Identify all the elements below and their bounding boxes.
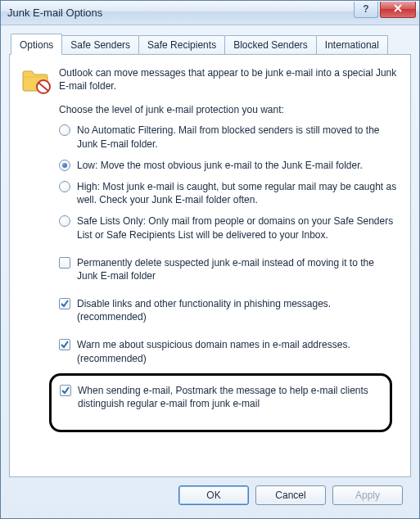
help-button[interactable]: ? xyxy=(354,2,378,18)
check-label: Permanently delete suspected junk e-mail… xyxy=(77,256,397,282)
radio-low[interactable]: Low: Move the most obvious junk e-mail t… xyxy=(59,159,397,172)
cancel-button[interactable]: Cancel xyxy=(255,485,326,505)
postmark-highlight: When sending e-mail, Postmark the messag… xyxy=(49,373,392,432)
checkbox-icon xyxy=(59,298,70,309)
check-warn-domains[interactable]: Warn me about suspicious domain names in… xyxy=(59,338,397,364)
radio-label: High: Most junk e-mail is caught, but so… xyxy=(77,180,397,206)
radio-label: Low: Move the most obvious junk e-mail t… xyxy=(77,159,397,172)
tab-panel-options: Outlook can move messages that appear to… xyxy=(9,54,411,477)
tab-safe-senders[interactable]: Safe Senders xyxy=(61,35,139,54)
tab-safe-recipients[interactable]: Safe Recipients xyxy=(138,35,225,54)
checkbox-icon xyxy=(60,385,71,396)
titlebar[interactable]: Junk E-mail Options ? xyxy=(1,1,419,25)
radio-label: Safe Lists Only: Only mail from people o… xyxy=(77,214,397,241)
apply-button: Apply xyxy=(332,485,403,505)
junk-email-options-dialog: Junk E-mail Options ? Options Safe Sende… xyxy=(0,0,420,519)
checkbox-icon xyxy=(59,257,70,269)
tab-label: Safe Senders xyxy=(70,39,130,51)
radio-icon xyxy=(59,181,70,192)
check-postmark[interactable]: When sending e-mail, Postmark the messag… xyxy=(60,384,382,410)
tab-blocked-senders[interactable]: Blocked Senders xyxy=(224,35,317,54)
checkbox-icon xyxy=(59,339,70,350)
dialog-buttons: OK Cancel Apply xyxy=(9,477,411,513)
help-icon: ? xyxy=(363,3,368,15)
check-label: Disable links and other functionality in… xyxy=(77,297,397,323)
tab-label: International xyxy=(325,39,379,51)
ok-button[interactable]: OK xyxy=(178,485,249,505)
window-title: Junk E-mail Options xyxy=(7,7,352,19)
window-controls: ? xyxy=(352,2,419,20)
button-label: Cancel xyxy=(275,490,305,501)
close-icon xyxy=(394,3,402,15)
choose-level-label: Choose the level of junk e-mail protecti… xyxy=(59,104,397,115)
intro-text: Outlook can move messages that appear to… xyxy=(59,66,397,93)
check-disable-links[interactable]: Disable links and other functionality in… xyxy=(59,297,397,323)
close-button[interactable] xyxy=(380,2,416,18)
radio-icon xyxy=(59,124,70,136)
button-label: Apply xyxy=(355,490,380,501)
check-label: Warn me about suspicious domain names in… xyxy=(77,338,397,364)
tab-label: Blocked Senders xyxy=(233,39,308,51)
button-label: OK xyxy=(206,490,220,501)
radio-safe-lists-only[interactable]: Safe Lists Only: Only mail from people o… xyxy=(59,214,397,241)
client-area: Options Safe Senders Safe Recipients Blo… xyxy=(1,25,419,518)
check-label: When sending e-mail, Postmark the messag… xyxy=(78,384,382,410)
radio-high[interactable]: High: Most junk e-mail is caught, but so… xyxy=(59,180,397,206)
radio-icon xyxy=(59,215,70,227)
tabstrip: Options Safe Senders Safe Recipients Blo… xyxy=(9,34,411,54)
radio-no-automatic-filtering[interactable]: No Automatic Filtering. Mail from blocke… xyxy=(59,124,397,150)
tab-label: Options xyxy=(20,39,53,51)
tab-international[interactable]: International xyxy=(316,35,388,54)
radio-label: No Automatic Filtering. Mail from blocke… xyxy=(77,124,397,150)
tab-label: Safe Recipients xyxy=(147,39,216,51)
junk-folder-icon xyxy=(21,66,51,91)
radio-icon xyxy=(59,160,70,171)
check-permanently-delete[interactable]: Permanently delete suspected junk e-mail… xyxy=(59,256,397,282)
tab-options[interactable]: Options xyxy=(11,34,62,55)
